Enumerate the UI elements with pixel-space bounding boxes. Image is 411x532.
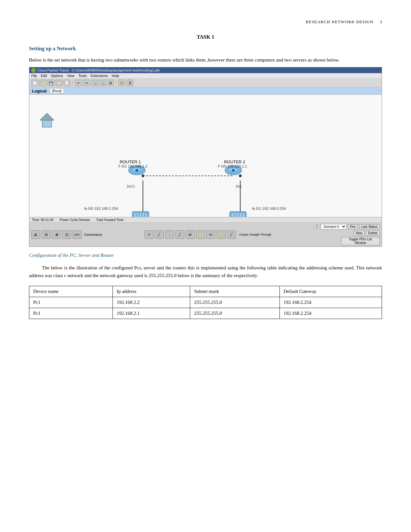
table-cell-0-1: 192.168.2.2 [113,297,190,308]
toolbar-zoom-in[interactable]: 🔍 [91,80,98,86]
toolbar-open[interactable]: 📂 [39,80,46,86]
toolbar-undo[interactable]: ↩ [75,80,82,86]
switch5-icon [230,211,246,217]
table-row: Pc1192.168.2.1255.255.255.0192.168.2.254 [29,308,382,319]
switch4-icon [132,211,149,217]
table-cell-1-2: 255.255.255.0 [190,308,280,319]
svg-rect-0 [29,95,382,217]
scenario-row1: ℹ Scenario 0 Fire Last Status [314,224,380,229]
col-ip: Ip address [113,286,190,297]
cable-tools: ↗ ╱ · ╱ ⇄ ⚡ 5D ⚡ ╱ Copper Straight-Throu… [105,230,312,239]
cisco-menubar[interactable]: File Edit Options View Tools Extensions … [29,73,382,79]
cable-type4[interactable]: ⇄ [186,230,195,239]
cable-type8[interactable]: ╱ [227,230,236,239]
tool-router[interactable]: 🖧 [31,230,40,239]
cable-type1[interactable]: ╱ [155,230,164,239]
workspace-header: Logical [Root] [29,87,382,95]
cable-type5[interactable]: ⚡ [196,230,205,239]
cisco-toolbar: 📄 📂 💾 📋 📑 ↩ ↪ 🔍 🔍 ⊞ 🎨 ☰ [29,79,382,87]
svg-point-10 [135,169,138,172]
cisco-window-title: Cisco Packet Tracer - C:\Users\ADMIN\Des… [37,68,160,72]
table-cell-1-1: 192.168.2.1 [113,308,190,319]
toolbar-sep1 [73,80,73,86]
svg-rect-41 [42,120,52,127]
tool-cable[interactable]: ⊡ [62,230,71,239]
router2-port: 2e1 [236,184,242,188]
tool-switch[interactable]: ⊟ [42,230,51,239]
toolbar-save2[interactable]: 📋 [55,80,63,86]
table-body: Pc1192.168.2.2255.255.255.0192.168.2.254… [29,297,382,319]
delete-button[interactable]: Delete [366,231,380,236]
cable-type2[interactable]: · [165,230,174,239]
cisco-titlebar: Cisco Packet Tracer - C:\Users\ADMIN\Des… [29,67,382,73]
tool-wireless[interactable]: WiFi [73,230,82,239]
document-title: RESEARCH NETWORK DESIGN [306,19,373,24]
cisco-statusbar: Time: 00:11:33 Power Cycle Devices Fast … [29,217,382,222]
table-header-row: Device name Ip address Subnet mask Defau… [29,286,382,297]
router1-fa: fa 0/0 192.168.2.254 [84,207,118,210]
workspace-label[interactable]: Logical [32,89,47,93]
network-diagram-area: ROUTER 1 F 0/1 192.168.1.2 2e11 fa 0/0 1… [29,95,382,217]
menu-edit[interactable]: Edit [41,74,47,78]
col-gateway: Default Gateway [279,286,382,297]
page-number: 3 [380,19,382,24]
new-button[interactable]: New [354,231,365,236]
power-cycle-btn[interactable]: Power Cycle Devices [60,218,90,222]
col-subnet: Subnet mask [190,286,280,297]
menu-file[interactable]: File [31,74,37,78]
toolbar-zoom-out[interactable]: 🔍 [99,80,106,86]
fire-button[interactable]: Fire [348,224,358,229]
cable-type3[interactable]: ╱ [175,230,184,239]
cisco-icon [31,68,36,73]
router2-addr: F 0/0 192.168.1.1 [218,164,247,168]
fast-forward-btn[interactable]: Fast Forward Time [97,218,123,222]
col-device: Device name [29,286,113,297]
menu-options[interactable]: Options [51,74,63,78]
workspace-tab[interactable]: [Root] [50,88,64,93]
toolbar-copy[interactable]: 📑 [64,80,71,86]
cisco-window: Cisco Packet Tracer - C:\Users\ADMIN\Des… [29,67,382,247]
svg-point-12 [232,169,235,172]
toggle-pdu-button[interactable]: Toggle PDU List Window [341,237,380,245]
intro-text: Below is the set network that is having … [29,56,382,64]
section-heading: Setting up a Network [29,46,382,52]
scenario-select[interactable]: Scenario 0 [321,224,347,229]
table-cell-0-3: 192.168.2.254 [279,297,382,308]
scenario-row3: Toggle PDU List Window [341,237,380,245]
router1-label: ROUTER 1 [120,160,141,164]
table-cell-0-2: 255.255.255.0 [190,297,280,308]
toolbar-palette[interactable]: 🎨 [118,80,125,86]
cable-type6[interactable]: 5D [206,230,215,239]
table-cell-0-0: Pc1 [29,297,113,308]
body-paragraph: The below is the illustration of the con… [29,264,382,279]
toolbar-zoom-fit[interactable]: ⊞ [107,80,114,86]
router1-addr: F 0/1 192.168.1.2 [118,164,147,168]
info-icon: ℹ [314,224,319,229]
junction2 [239,174,242,177]
menu-extensions[interactable]: Extensions [91,74,108,78]
toolbar-redo[interactable]: ↪ [83,80,90,86]
scenario-panel: ℹ Scenario 0 Fire Last Status New Delete… [314,224,380,245]
tool-end-device[interactable]: 🖥 [52,230,61,239]
last-status-button[interactable]: Last Status [359,224,380,229]
toolbar-save[interactable]: 💾 [47,80,54,86]
status-time: Time: 00:11:33 [32,218,53,222]
menu-view[interactable]: View [67,74,75,78]
connections-label: Connections [83,233,103,237]
addressing-table: Device name Ip address Subnet mask Defau… [29,286,382,319]
table-row: Pc1192.168.2.2255.255.255.0192.168.2.254 [29,297,382,308]
toolbar-new[interactable]: 📄 [31,80,38,86]
network-svg: ROUTER 1 F 0/1 192.168.1.2 2e11 fa 0/0 1… [29,95,382,217]
device-tools: 🖧 ⊟ 🖥 ⊡ WiFi Connections [31,230,103,239]
toolbar-list[interactable]: ☰ [126,80,133,86]
cable-type7[interactable]: ⚡ [217,230,226,239]
copper-label: Copper Straight-Through [237,233,273,236]
menu-tools[interactable]: Tools [78,74,87,78]
cable-select[interactable]: ↗ [144,230,153,239]
task-heading: TASK 1 [29,34,382,40]
figure-caption: Configuration of the PC, Server and Rout… [29,253,382,258]
junction1 [142,174,144,177]
toolbar-sep2 [116,80,116,86]
cisco-bottom-panel: 🖧 ⊟ 🖥 ⊡ WiFi Connections ↗ ╱ · ╱ ⇄ ⚡ 5D … [29,222,382,247]
menu-help[interactable]: Help [112,74,119,78]
